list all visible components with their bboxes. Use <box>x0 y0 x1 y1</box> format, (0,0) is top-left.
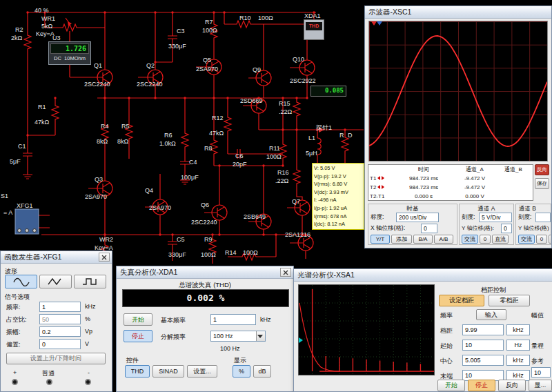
channel-b-zero-button[interactable]: 0 <box>536 235 547 244</box>
t2-left-arrow-icon[interactable] <box>377 185 380 189</box>
multimeter-u3[interactable]: 1.726 DC 10MOhm <box>48 41 91 65</box>
channel-b-scale-value[interactable] <box>535 213 551 222</box>
db-display-button[interactable]: dB <box>253 365 271 378</box>
fundamental-frequency-input[interactable]: 1 <box>210 314 256 325</box>
component-label: WR1 <box>41 15 55 22</box>
scope-save-button[interactable]: 保存 <box>535 178 549 189</box>
delta-label: T2-T1 <box>368 192 395 201</box>
span-unit[interactable]: kHz <box>506 324 530 335</box>
channel-a-zero-button[interactable]: 0 <box>480 235 491 244</box>
rise-fall-time-button[interactable]: 设置上升/下降时间 <box>6 353 106 364</box>
span-control-label: 档距控制 <box>437 286 549 295</box>
sa-start-button[interactable]: 开始 <box>437 380 465 391</box>
scope-yt-button[interactable]: Y/T <box>371 235 390 244</box>
timebase-scale-value[interactable]: 200 us/Div <box>396 213 439 222</box>
channel-b-ac-button[interactable]: 交流 <box>518 235 535 244</box>
start-unit[interactable]: Hz <box>506 340 530 351</box>
da-stop-button[interactable]: 停止 <box>124 330 152 342</box>
thd-mode-button[interactable]: THD <box>125 365 150 378</box>
offset-input[interactable]: 0 <box>39 339 81 349</box>
cursor-row-t1: T1 984.723 ms -9.472 V <box>368 174 533 183</box>
channel-a-ac-button[interactable]: 交流 <box>462 235 478 244</box>
marker-icon[interactable] <box>299 337 303 343</box>
amplitude-input[interactable]: 0.2 <box>39 326 81 337</box>
close-icon[interactable] <box>99 253 110 262</box>
thd-value-display: 0.002 % <box>122 289 289 307</box>
settings-button[interactable]: 设置... <box>187 365 217 378</box>
da-start-button[interactable]: 开始 <box>124 313 152 326</box>
t2-right-arrow-icon[interactable] <box>382 185 384 189</box>
function-generator-titlebar[interactable]: 函数发生器-XFG1 <box>1 251 112 264</box>
sa-show-button[interactable]: 显... <box>529 380 552 391</box>
start-input[interactable]: 10 <box>462 340 504 351</box>
function-generator-title: 函数发生器-XFG1 <box>4 253 61 261</box>
component-label: 2SA970 <box>196 66 218 72</box>
dropdown-button[interactable] <box>256 331 265 341</box>
center-input[interactable]: 5.005 <box>462 355 504 366</box>
cursor-col-blank <box>368 165 395 174</box>
scope-reverse-button[interactable]: 反向 <box>535 164 549 175</box>
component-label: 330μF <box>168 43 186 50</box>
sa-reverse-button[interactable]: 反向 <box>498 380 526 391</box>
square-wave-button[interactable] <box>74 275 106 288</box>
resolution-list-item[interactable]: 100 Hz <box>220 345 240 352</box>
spectrum-analyzer-titlebar[interactable]: 光谱分析仪-XSA1 <box>294 269 552 282</box>
scope-add-button[interactable]: 添加 <box>391 235 412 244</box>
probe-readout-line: V(p-p): 19.2 V <box>314 173 362 181</box>
channel-a-dc-button[interactable]: 直流 <box>492 235 509 244</box>
channel-a-scale-value[interactable]: 5 V/Div <box>479 213 512 222</box>
t1-right-arrow-icon[interactable] <box>382 176 384 180</box>
offset-label: 偏置: <box>6 340 21 349</box>
scope-ba-button[interactable]: B/A <box>413 235 433 244</box>
t1-channel-a: -9.472 V <box>453 174 497 183</box>
triangle-wave-button[interactable] <box>39 275 72 288</box>
distortion-analyzer-icon[interactable]: THD <box>304 19 324 40</box>
component-label: 5kΩ <box>41 23 52 30</box>
component-label: 探针1 <box>316 124 332 131</box>
plus-terminal[interactable] <box>12 379 18 385</box>
common-terminal[interactable] <box>46 379 52 385</box>
timebase-xpos-label: X 轴位移(格): <box>371 224 405 233</box>
center-unit[interactable]: kHz <box>506 355 530 366</box>
t1-left-arrow-icon[interactable] <box>377 176 380 180</box>
percent-display-button[interactable]: % <box>233 365 250 378</box>
resolution-frequency-dropdown[interactable]: 100 Hz <box>210 331 266 342</box>
component-label: 1.0kΩ <box>159 140 176 147</box>
scope-ab-button[interactable]: A/B <box>434 235 453 244</box>
close-icon[interactable] <box>280 268 291 277</box>
frequency-label: 频率: <box>6 303 21 312</box>
probe-readout-line: I(rms): 678 nA <box>314 213 362 221</box>
reference-input[interactable]: 10 <box>531 367 551 378</box>
component-label: 100Ω <box>258 14 273 21</box>
set-span-button[interactable]: 设定档距 <box>439 295 484 306</box>
component-label: R7 <box>205 19 213 26</box>
oscilloscope-titlebar[interactable]: 示波器-XSC1 <box>365 6 551 19</box>
component-label: 40 % <box>34 7 49 14</box>
common-terminal-label: 普通 <box>42 369 55 378</box>
distortion-analyzer-titlebar[interactable]: 失真分析仪-XDA1 <box>117 266 293 279</box>
channel-b-dc-button[interactable]: 直流 <box>549 235 551 244</box>
probe-readout-line: V: 5.05 V <box>314 164 362 173</box>
sinad-mode-button[interactable]: SINAD <box>152 365 184 378</box>
probe-readout-line: I: -496 nA <box>314 196 362 204</box>
channel-a-ypos-value[interactable]: 0 <box>501 224 512 233</box>
cursor-header-row: 时间 通道_A 通道_B <box>368 165 533 174</box>
cursor-2-marker[interactable] <box>377 21 382 26</box>
cursor-1-marker[interactable] <box>371 21 377 26</box>
offset-unit: V <box>85 340 89 347</box>
signal-options-label: 信号选项 <box>5 293 30 302</box>
component-label: C4 <box>189 159 197 166</box>
xfg-instrument-icon[interactable] <box>15 209 39 234</box>
minus-terminal[interactable] <box>85 379 91 385</box>
sa-stop-button[interactable]: 停止 <box>468 380 495 391</box>
component-label: 5μF <box>10 158 21 165</box>
span-input[interactable]: 9.99 <box>462 324 504 335</box>
sine-wave-button[interactable] <box>5 275 37 288</box>
distortion-analyzer-title: 失真分析仪-XDA1 <box>120 268 177 276</box>
timebase-xpos-value[interactable]: 0 <box>421 224 437 233</box>
enter-button[interactable]: 输入 <box>476 309 506 320</box>
zero-span-button[interactable]: 零档距 <box>489 295 530 306</box>
frequency-input[interactable]: 1 <box>39 302 81 312</box>
oscilloscope-window: 示波器-XSC1 时间 通道_A 通道_B T1 984.723 ms -9.4… <box>364 6 552 248</box>
duty-cycle-input[interactable]: 50 <box>39 314 81 324</box>
